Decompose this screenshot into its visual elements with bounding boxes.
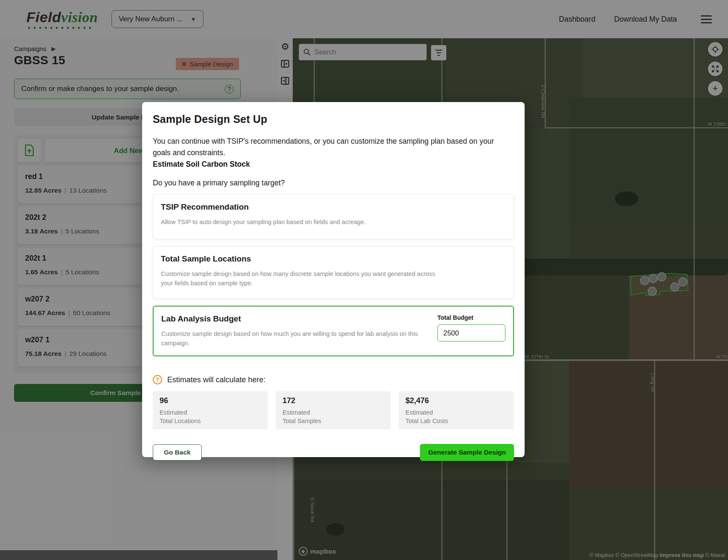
total-budget-label: Total Budget xyxy=(437,314,505,321)
estimates-heading: Estimates will calculate here: xyxy=(167,375,266,384)
option-total-sample-locations[interactable]: Total Sample Locations Customize sample … xyxy=(153,246,514,299)
total-budget-input[interactable] xyxy=(437,324,505,341)
option-description: Customize sample design based on how muc… xyxy=(161,329,430,348)
option-title: TSIP Recommendation xyxy=(161,202,506,212)
stat-value: 172 xyxy=(283,396,384,405)
generate-sample-design-button[interactable]: Generate Sample Design xyxy=(420,444,514,461)
option-tsip-recommendation[interactable]: TSIP Recommendation Allow TSIP to auto d… xyxy=(153,194,514,239)
option-title: Total Sample Locations xyxy=(161,254,506,264)
stat-label: EstimatedTotal Samples xyxy=(283,408,384,425)
stat-total-samples: 172 EstimatedTotal Samples xyxy=(276,391,391,429)
stat-label: EstimatedTotal Locations xyxy=(160,408,261,425)
estimates-stats: 96 EstimatedTotal Locations 172 Estimate… xyxy=(153,391,514,429)
sample-design-setup-modal: Sample Design Set Up You can continue wi… xyxy=(142,102,525,457)
stat-label: EstimatedTotal Lab Costs xyxy=(405,408,507,425)
option-description: Allow TSIP to auto design your sampling … xyxy=(161,217,447,227)
modal-title: Sample Design Set Up xyxy=(153,113,514,125)
modal-question-text: Do you have a primary sampling target? xyxy=(153,179,514,188)
estimates-heading-row: ? Estimates will calculate here: xyxy=(153,375,514,384)
stat-value: $2,476 xyxy=(405,396,507,405)
modal-goal-text: Estimate Soil Carbon Stock xyxy=(153,159,514,170)
budget-input-group: Total Budget xyxy=(437,314,505,341)
stat-value: 96 xyxy=(160,396,261,405)
option-lab-analysis-budget[interactable]: Lab Analysis Budget Customize sample des… xyxy=(153,306,514,356)
modal-intro-text: You can continue with TSIP's recommendat… xyxy=(153,136,510,159)
option-budget-left: Lab Analysis Budget Customize sample des… xyxy=(161,314,430,348)
option-description: Customize sample design based on how man… xyxy=(161,269,447,288)
stat-total-locations: 96 EstimatedTotal Locations xyxy=(153,391,268,429)
estimates-help-icon[interactable]: ? xyxy=(153,375,162,384)
option-title: Lab Analysis Budget xyxy=(161,314,430,324)
modal-footer: Go Back Generate Sample Design xyxy=(153,444,514,461)
go-back-button[interactable]: Go Back xyxy=(153,444,202,461)
stat-total-lab-costs: $2,476 EstimatedTotal Lab Costs xyxy=(399,391,514,429)
